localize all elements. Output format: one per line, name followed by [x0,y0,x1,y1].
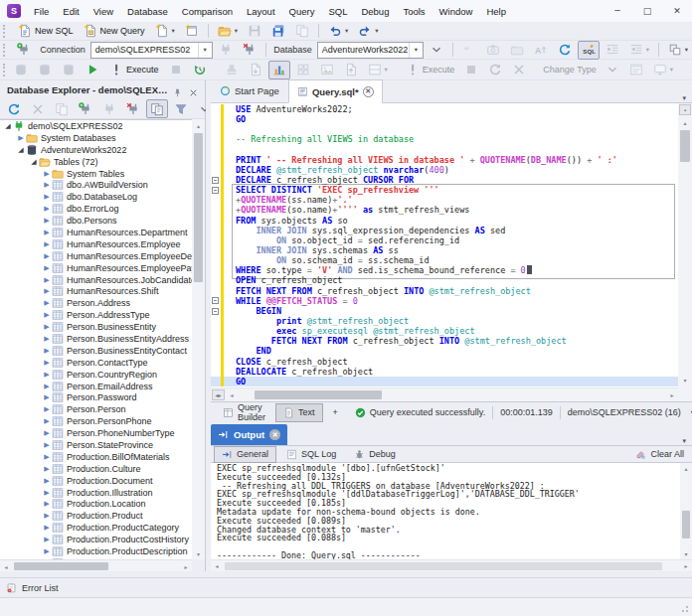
collapsed-arrow-icon[interactable]: ▶ [42,252,52,260]
tree-item-person-businessentitycontact[interactable]: ▶Person.BusinessEntityContact [0,345,192,357]
tree-item-humanresources-department[interactable]: ▶HumanResources.Department [0,227,192,238]
status-caret-icon[interactable]: ▾ [688,408,692,416]
collapsed-arrow-icon[interactable]: ▶ [42,217,52,225]
editor-horizontal-scrollbar[interactable]: ◂▸ ◂ ▸ [211,387,678,401]
connect-button[interactable] [98,99,120,118]
menu-sql[interactable]: SQL [321,3,354,20]
tree-item-production-location[interactable]: ▶Production.Location [0,499,192,511]
tree-item-person-contacttype[interactable]: ▶Person.ContactType [0,357,192,369]
tree-item-dbo-awbuildversion[interactable]: ▶dbo.AWBuildVersion [0,179,192,191]
tab-query-sql[interactable]: Query.sql* ✕ [288,79,383,103]
tree-item-dbo-databaselog[interactable]: ▶dbo.DatabaseLog [0,191,192,203]
cancel-button[interactable] [508,61,530,79]
tree-item-person-countryregion[interactable]: ▶Person.CountryRegion [0,369,192,381]
window-button[interactable]: ▾ [687,61,692,79]
collapsed-arrow-icon[interactable]: ▶ [42,205,52,213]
demo-sqlexpress02-combobox[interactable]: demo\SQLEXPRESS02▾ [90,42,213,59]
tab-overflow-caret-icon[interactable]: ▾ [676,94,692,102]
collapsed-arrow-icon[interactable]: ▶ [42,477,52,485]
tree-item-person-addresstype[interactable]: ▶Person.AddressType [0,309,192,321]
collapsed-arrow-icon[interactable]: ▶ [42,383,52,390]
tree-item-humanresources-jobcandidate[interactable]: ▶HumanResources.JobCandidate [0,274,192,286]
copy-document-button[interactable] [291,22,313,41]
chart-button[interactable] [268,61,290,79]
collapsed-arrow-icon[interactable]: ▶ [42,547,52,555]
stop-button[interactable] [165,61,187,79]
export-results-button[interactable] [245,61,266,79]
tree-item-production-productcategory[interactable]: ▶Production.ProductCategory [0,522,192,534]
indent-button[interactable]: ▾ [625,41,653,60]
tab-start-page[interactable]: Start Page [211,78,288,102]
tree-item-system-databases[interactable]: ▶System Databases [0,132,192,144]
collapsed-arrow-icon[interactable]: ▶ [42,240,52,248]
minimize-button[interactable]: ─ [603,0,632,22]
collapsed-arrow-icon[interactable]: ▶ [42,536,52,543]
tree-item-demo-sqlexpress02[interactable]: ◢demo\SQLEXPRESS02 [0,120,192,132]
disconnect-button[interactable] [239,41,260,60]
disconnect-button[interactable] [122,99,144,118]
new-window-button[interactable] [181,22,203,41]
menu-query[interactable]: Query [282,3,322,20]
output-close-icon[interactable]: ✕ [269,429,280,440]
monitor-button[interactable]: ▾ [649,61,677,79]
tab-close-icon[interactable]: ✕ [363,86,374,97]
play-button[interactable] [82,61,103,79]
redo-button[interactable]: ▾ [354,22,382,41]
tree-item-person-stateprovince[interactable]: ▶Person.StateProvince [0,439,192,451]
caret-down-icon[interactable]: ▾ [235,27,238,35]
execute-button[interactable]: Execute [105,61,163,79]
menu-layout[interactable]: Layout [240,3,282,20]
caret-down-icon[interactable]: ▾ [385,66,388,74]
refresh-button[interactable] [554,41,576,60]
tree-item-production-document[interactable]: ▶Production.Document [0,475,192,487]
save-button[interactable] [244,22,265,41]
scroll-left-icon[interactable]: ◂ [226,388,238,401]
tree-item-person-person[interactable]: ▶Person.Person [0,403,192,415]
menu-tools[interactable]: Tools [396,3,432,20]
tree-item-production-billofmaterials[interactable]: ▶Production.BillOfMaterials [0,451,192,463]
scrollbar-thumb[interactable] [680,130,690,162]
maximize-button[interactable]: □ [632,0,662,22]
view-tab-[interactable]: + [325,403,346,422]
menu-file[interactable]: File [27,3,56,20]
collapsed-arrow-icon[interactable]: ▶ [42,417,52,425]
text-case-button[interactable]: A [530,41,552,60]
collapsed-arrow-icon[interactable]: ▶ [42,193,52,201]
collapsed-arrow-icon[interactable]: ▶ [42,181,52,189]
scroll-right-icon[interactable]: ▸ [180,560,192,572]
tree-item-production-culture[interactable]: ▶Production.Culture [0,463,192,475]
menu-debug[interactable]: Debug [354,3,396,20]
collapsed-arrow-icon[interactable]: ▶ [42,359,52,367]
collapse-region-icon[interactable] [212,187,219,194]
new-connection-button[interactable] [75,99,96,118]
new-sql-button[interactable]: New SQL [14,22,78,41]
collapsed-arrow-icon[interactable]: ▶ [42,276,52,284]
collapsed-arrow-icon[interactable]: ▶ [42,371,52,379]
menu-edit[interactable]: Edit [56,3,86,20]
tab-output[interactable]: Output ✕ [211,424,287,445]
caret-down-icon[interactable]: ▾ [172,27,175,35]
database-session-button[interactable] [10,61,32,79]
close-button[interactable]: ✕ [662,0,692,22]
tree-item-humanresources-employeepayhistory[interactable]: ▶HumanResources.EmployeePayHistory [0,262,192,274]
close-icon[interactable] [188,83,201,96]
copy-document-button[interactable] [51,99,73,118]
caret-down-icon[interactable]: ▾ [345,27,348,35]
tree-item-tables-72[interactable]: ◢Tables (72) [0,156,192,168]
new-query-button[interactable]: New Query [80,22,149,41]
menu-view[interactable]: View [86,3,120,20]
tree-item-system-tables[interactable]: ▶System Tables [0,168,192,180]
collapsed-arrow-icon[interactable]: ▶ [42,323,52,331]
import-button[interactable] [340,61,362,79]
save-all-button[interactable] [267,22,289,41]
tree-item-person-password[interactable]: ▶Person.Password [0,391,192,403]
collapsed-arrow-icon[interactable]: ▶ [16,134,26,142]
scroll-right-ic[interactable]: ▸ [680,560,692,571]
collapsed-arrow-icon[interactable]: ▶ [42,524,52,532]
documents-button[interactable] [146,99,168,118]
view-tab-text[interactable]: Text [275,403,323,422]
collapsed-arrow-icon[interactable]: ▶ [42,264,52,272]
resize-grip[interactable] [679,603,689,613]
split-window-button[interactable]: ▾ [364,61,392,79]
open-file-button[interactable]: ▾ [214,22,242,41]
